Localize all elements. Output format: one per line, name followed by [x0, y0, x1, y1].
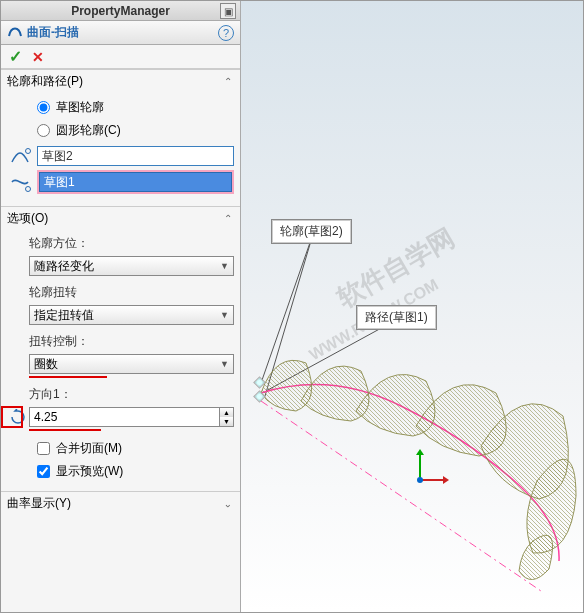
section-options: 选项(O) ⌃ 轮廓方位： 随路径变化 ▼ 轮廓扭转 指定扭转值 ▼ 扭转控制：… — [1, 206, 240, 491]
section-curvature: 曲率显示(Y) ⌃ — [1, 491, 240, 514]
callout-profile[interactable]: 轮廓(草图2) — [271, 219, 352, 244]
feature-title-bar: 曲面-扫描 ? — [1, 21, 240, 45]
dropdown-value: 圈数 — [34, 356, 58, 373]
spin-down[interactable]: ▼ — [220, 417, 233, 426]
path-input-highlight — [37, 170, 234, 194]
chevron-up-icon: ⌃ — [224, 76, 232, 87]
sweep-icon — [7, 23, 23, 43]
feature-title: 曲面-扫描 — [27, 24, 79, 41]
property-manager-title: PropertyManager — [71, 4, 170, 18]
dir-label: 方向1： — [7, 384, 234, 405]
help-icon[interactable]: ? — [218, 25, 234, 41]
cancel-button[interactable]: ✕ — [32, 49, 44, 65]
direction-value-input[interactable] — [29, 407, 220, 427]
graphics-viewport[interactable]: 软件自学网 WWW.RJZXW.COM — [241, 1, 583, 612]
chevron-down-icon: ⌃ — [224, 498, 232, 509]
radio-row-circular-profile[interactable]: 圆形轮廓(C) — [7, 119, 234, 142]
radio-label: 草图轮廓 — [56, 99, 104, 116]
section-header-profile-path[interactable]: 轮廓和路径(P) ⌃ — [1, 70, 240, 92]
orient-label: 轮廓方位： — [7, 233, 234, 254]
dropdown-value: 随路径变化 — [34, 258, 94, 275]
path-field-row — [7, 170, 234, 194]
show-preview-checkbox[interactable] — [37, 465, 50, 478]
profile-icon — [7, 146, 33, 166]
callout-path[interactable]: 路径(草图1) — [356, 305, 437, 330]
merge-faces-row[interactable]: 合并切面(M) — [7, 437, 234, 460]
annotation-underline — [29, 376, 107, 378]
chevron-up-icon: ⌃ — [224, 213, 232, 224]
profile-input[interactable] — [37, 146, 234, 166]
section-header-curvature[interactable]: 曲率显示(Y) ⌃ — [1, 492, 240, 514]
show-preview-row[interactable]: 显示预览(W) — [7, 460, 234, 483]
radio-row-sketch-profile[interactable]: 草图轮廓 — [7, 96, 234, 119]
path-icon — [7, 172, 33, 192]
twist-ctrl-dropdown[interactable]: 圈数 ▼ — [29, 354, 234, 374]
chevron-down-icon: ▼ — [220, 310, 229, 320]
section-title: 轮廓和路径(P) — [7, 73, 83, 90]
property-manager-header: PropertyManager ▣ — [1, 1, 240, 21]
profile-field-row — [7, 146, 234, 166]
section-title: 曲率显示(Y) — [7, 495, 71, 512]
chevron-down-icon: ▼ — [220, 261, 229, 271]
direction-value-row: ▲ ▼ — [7, 407, 234, 427]
radio-sketch-profile[interactable] — [37, 101, 50, 114]
ok-button[interactable]: ✓ — [9, 47, 22, 66]
pin-icon[interactable]: ▣ — [220, 3, 236, 19]
section-title: 选项(O) — [7, 210, 48, 227]
radio-label: 圆形轮廓(C) — [56, 122, 121, 139]
reverse-direction-icon[interactable] — [7, 407, 29, 427]
spinner-buttons[interactable]: ▲ ▼ — [220, 407, 234, 427]
twist-ctrl-label: 扭转控制： — [7, 331, 234, 352]
spin-up[interactable]: ▲ — [220, 408, 233, 417]
section-header-options[interactable]: 选项(O) ⌃ — [1, 207, 240, 229]
dropdown-value: 指定扭转值 — [34, 307, 94, 324]
property-manager-panel: PropertyManager ▣ 曲面-扫描 ? ✓ ✕ 轮廓和路径(P) ⌃ — [1, 1, 241, 612]
checkbox-label: 合并切面(M) — [56, 440, 122, 457]
path-input[interactable] — [39, 172, 232, 192]
radio-circular-profile[interactable] — [37, 124, 50, 137]
chevron-down-icon: ▼ — [220, 359, 229, 369]
confirm-bar: ✓ ✕ — [1, 45, 240, 69]
twist-label: 轮廓扭转 — [7, 282, 234, 303]
checkbox-label: 显示预览(W) — [56, 463, 123, 480]
annotation-underline — [29, 429, 101, 431]
orient-dropdown[interactable]: 随路径变化 ▼ — [29, 256, 234, 276]
merge-faces-checkbox[interactable] — [37, 442, 50, 455]
section-profile-path: 轮廓和路径(P) ⌃ 草图轮廓 圆形轮廓(C) — [1, 69, 240, 206]
twist-type-dropdown[interactable]: 指定扭转值 ▼ — [29, 305, 234, 325]
